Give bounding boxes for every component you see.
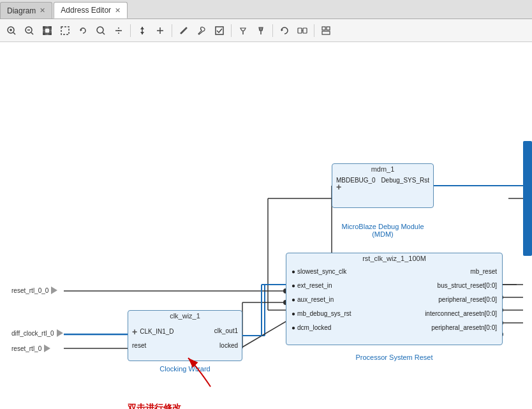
zoom-out-button[interactable] [22, 23, 37, 38]
svg-marker-31 [281, 29, 283, 31]
add-button[interactable] [152, 23, 168, 38]
svg-rect-15 [61, 27, 69, 34]
port-clk-in1-d: +CLK_IN1_D [132, 327, 174, 337]
signal-reset-rtl-0: reset_rtl_0 [11, 345, 50, 352]
svg-marker-30 [259, 27, 263, 31]
route-button[interactable] [295, 23, 310, 38]
svg-line-55 [242, 322, 286, 347]
svg-rect-37 [322, 31, 330, 34]
zoom-area-button[interactable] [93, 23, 108, 38]
svg-rect-33 [303, 28, 307, 33]
svg-marker-22 [140, 27, 144, 29]
clk-title: clk_wiz_1 [128, 311, 242, 321]
port-bus-struct-reset: bus_struct_reset[0:0] [438, 281, 497, 291]
svg-line-6 [31, 33, 33, 34]
mdm-port-left: MBDEBUG_0 [336, 177, 376, 184]
mdm-label: MicroBlaze Debug Module (MDM) [332, 223, 434, 238]
updown-button[interactable] [135, 23, 150, 38]
sep-5 [314, 24, 314, 37]
port-ext-reset-in: ●ext_reset_in [292, 281, 351, 291]
tab-diagram-close[interactable]: ✕ [40, 6, 45, 15]
wrench-button[interactable] [194, 23, 209, 38]
check-button[interactable] [212, 23, 227, 38]
canvas[interactable]: mdm_1 MBDEBUG_0 Debug_SYS_Rst + MicroBla… [0, 42, 532, 409]
port-dcm-locked: ●dcm_locked [292, 323, 351, 333]
svg-marker-23 [140, 32, 144, 34]
sep-4 [272, 24, 273, 37]
port-peripheral-reset: peripheral_reset[0:0] [438, 295, 497, 305]
mdm-expand-icon[interactable]: + [336, 182, 341, 192]
annotation-arrow [159, 342, 236, 393]
pin2-button[interactable] [253, 23, 269, 38]
annotation-text: 双击进行修改 [128, 403, 181, 409]
tab-bar: Diagram ✕ Address Editor ✕ [0, 0, 532, 19]
mdm-block[interactable]: mdm_1 MBDEBUG_0 Debug_SYS_Rst + [332, 163, 434, 208]
zoom-in-button[interactable] [4, 23, 19, 38]
fit-button[interactable] [40, 23, 55, 38]
svg-rect-38 [523, 141, 532, 256]
port-aux-reset-in: ●aux_reset_in [292, 295, 351, 305]
port-mb-debug-sys-rst: ●mb_debug_sys_rst [292, 309, 351, 319]
layout-button[interactable] [318, 23, 334, 38]
port-clk-out1: clk_out1 [214, 326, 238, 336]
rst-block[interactable]: rst_clk_wiz_1_100M ●slowest_sync_clk ●ex… [286, 253, 503, 345]
rst-label: Processor System Reset [286, 353, 503, 361]
tab-diagram-label: Diagram [7, 6, 36, 15]
sep-3 [231, 24, 232, 37]
port-mb-reset: mb_reset [470, 267, 497, 277]
mdm-port-right: Debug_SYS_Rst [381, 177, 429, 184]
rotate-button[interactable] [75, 23, 91, 38]
sep-2 [172, 24, 172, 37]
refresh-button[interactable] [277, 23, 292, 38]
tab-diagram[interactable]: Diagram ✕ [0, 2, 52, 19]
svg-marker-28 [240, 28, 246, 31]
pin-button[interactable] [235, 23, 251, 38]
tab-address-editor-label: Address Editor [61, 6, 111, 15]
sep-1 [130, 24, 131, 37]
mdm-title: mdm_1 [332, 164, 433, 174]
svg-line-3 [13, 33, 15, 34]
svg-rect-36 [327, 27, 330, 30]
svg-rect-35 [322, 27, 325, 30]
select-button[interactable] [57, 23, 73, 38]
svg-line-18 [103, 33, 105, 34]
svg-rect-26 [216, 27, 223, 34]
port-slowest-sync-clk: ●slowest_sync_clk [292, 267, 351, 277]
edit-button[interactable] [176, 23, 191, 38]
port-peripheral-aresetn: peripheral_aresetn[0:0] [431, 323, 497, 333]
tab-address-editor[interactable]: Address Editor ✕ [54, 2, 128, 19]
port-interconnect-aresetn: interconnect_aresetn[0:0] [425, 309, 497, 319]
rst-title: rst_clk_wiz_1_100M [286, 253, 502, 264]
toolbar [0, 19, 532, 42]
signal-diff-clock-rtl-0: diff_clock_rtl_0 [11, 329, 63, 337]
minus-button[interactable] [111, 23, 126, 38]
tab-address-editor-close[interactable]: ✕ [115, 6, 121, 15]
signal-reset-rtl-0-0: reset_rtl_0_0 [11, 286, 57, 294]
svg-point-17 [97, 27, 103, 33]
svg-rect-32 [298, 28, 302, 33]
